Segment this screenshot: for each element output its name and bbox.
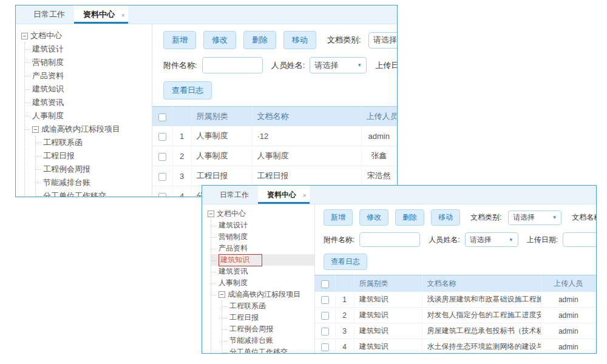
select-all-checkbox[interactable] [321,280,329,288]
tree-item-jianzhuzixun[interactable]: 建筑资讯 [25,96,152,109]
tree-item-yingxiaozhidu[interactable]: 营销制度 [211,231,314,243]
table-row[interactable]: 2 建筑知识 对发包人指定分包的工程施工进度安... admin [315,308,596,323]
tree-item-label: 建筑知识 [32,84,64,95]
collapse-icon[interactable] [21,33,28,39]
tree-item-jianzhusheji[interactable]: 建筑设计 [211,220,314,231]
category-column-header: 所属别类 [191,107,252,127]
tree-item-jianzhuzhishi[interactable]: 建筑知识 [25,83,152,96]
row-checkbox[interactable] [321,312,329,320]
row-checkbox[interactable] [158,133,166,141]
tree-item-label: 节能减排台账 [43,177,90,188]
row-checkbox[interactable] [321,328,329,335]
doc-category-label: 文档类别: [327,35,361,46]
close-icon[interactable]: × [121,6,125,24]
close-icon[interactable]: × [303,186,307,204]
row-checkbox[interactable] [158,153,166,161]
row-number: 2 [335,308,354,323]
attachment-name-input[interactable] [359,232,420,247]
tree-item-lianxihan[interactable]: 工程联系函 [222,300,314,312]
table-row[interactable]: 3 建筑知识 房屋建筑工程总承包投标书（技术标... admin [315,323,596,339]
filter-row: 附件名称: 人员姓名: 请选择 ▼ 上传日 [152,49,397,73]
collapse-icon[interactable] [219,291,225,298]
tree-item-jianzhuzhishi-selected[interactable]: 建筑知识 [211,254,314,266]
tree-item-label: 建筑设计 [32,44,64,55]
row-checkbox[interactable] [158,173,166,181]
tree-item-taizhang[interactable]: 节能减排台账 [36,176,152,189]
select-all-checkbox[interactable] [158,113,166,121]
tree-item-renshizhidu[interactable]: 人事制度 [25,109,152,123]
view-log-button[interactable]: 查看日志 [163,81,212,99]
tab-daily-work[interactable]: 日常工作 [24,5,74,24]
doc-name-column-header: 文档名称 [252,107,361,127]
table-row[interactable]: 2 人事制度 人事制度 张鑫 [152,146,397,166]
tab-daily-work[interactable]: 日常工作 [211,186,258,204]
row-checkbox[interactable] [158,193,166,197]
tree-item-root[interactable]: 文档中心 [208,208,314,220]
table-row[interactable]: 1 建筑知识 浅谈房屋建筑和市政基础设施工程施... admin [315,292,596,308]
upload-date-label: 上传日期: [527,235,558,245]
tree-item-label: 建筑资讯 [219,266,248,277]
tree-item-renshizhidu[interactable]: 人事制度 [211,277,314,289]
chevron-down-icon: ▼ [552,215,557,220]
tree-item-yingxiaozhidu[interactable]: 营销制度 [25,56,152,69]
tree-item-label: 文档中心 [217,209,246,219]
move-button[interactable]: 移动 [431,209,460,226]
row-doc-name: 工程日报 [252,166,361,186]
tree-item-jianzhuzixun[interactable]: 建筑资讯 [211,266,314,277]
attachment-name-input[interactable] [202,57,263,73]
row-doc-name: 水土保持生态环境监测网络的建设与... [422,339,541,354]
add-button[interactable]: 新增 [324,209,353,226]
tab-data-center[interactable]: 资料中心 × [74,5,128,24]
tree-item-root[interactable]: 文档中心 [21,29,152,42]
tree-item-yijiao[interactable]: 分工单位工作移交 [222,346,314,353]
tree-item-jianzhusheji[interactable]: 建筑设计 [25,42,152,56]
person-name-select[interactable]: 请选择 ▼ [310,57,367,73]
tree-item-yijiao[interactable]: 分工单位工作移交 [36,189,152,197]
tree-item-project[interactable]: 成渝高铁内江标段项目 [25,123,152,136]
tree-item-ribao[interactable]: 工程日报 [36,149,152,163]
tree-item-zhoubao[interactable]: 工程例会周报 [222,323,314,335]
edit-button[interactable]: 修改 [203,31,236,49]
person-name-select[interactable]: 请选择 ▼ [465,232,518,247]
row-number: 4 [335,339,354,354]
row-uploader: 张鑫 [361,146,397,166]
tree-item-chanpinziliao[interactable]: 产品资料 [211,243,314,254]
collapse-icon[interactable] [208,211,214,217]
tree-item-chanpinziliao[interactable]: 产品资料 [25,69,152,83]
row-uploader: admin [541,292,596,308]
upload-date-label: 上传日 [375,60,397,71]
delete-button[interactable]: 删除 [395,209,424,226]
collapse-icon[interactable] [32,126,39,133]
row-checkbox[interactable] [321,343,329,351]
tree-item-ribao[interactable]: 工程日报 [222,312,314,323]
person-name-value: 请选择 [314,60,338,71]
table-row[interactable]: 4 建筑知识 水土保持生态环境监测网络的建设与... admin [315,339,596,354]
add-button[interactable]: 新增 [163,31,196,49]
window-data-center-back: 日常工作 资料中心 × 文档中心 建筑设计 营销制度 产品资料 建筑知识 建筑资… [15,5,398,197]
doc-category-select[interactable]: 请选择 ▼ [508,211,561,225]
delete-button[interactable]: 删除 [243,31,276,49]
toolbar: 新增 修改 删除 移动 文档类别: 请选择 ▼ [152,24,397,49]
tree-item-zhoubao[interactable]: 工程例会周报 [36,163,152,176]
tree-item-label: 分工单位工作移交 [43,190,106,197]
tree-item-label: 工程联系函 [43,137,83,148]
table-row[interactable]: 3 工程日报 工程日报 宋浩然 [152,166,397,186]
tree-item-project[interactable]: 成渝高铁内江标段项目 [211,289,314,300]
person-name-value: 请选择 [470,235,492,245]
edit-button[interactable]: 修改 [359,209,388,226]
doc-category-select[interactable]: 请选择 ▼ [368,32,397,49]
upload-date-input[interactable] [563,232,596,247]
tree-item-taizhang[interactable]: 节能减排台账 [222,335,314,346]
table-row[interactable]: 1 人事制度 ·12 admin [152,126,397,146]
window-data-center-front: 日常工作 资料中心 × 文档中心 建筑设计 营销制度 产品资料 建筑知识 建筑资… [202,185,597,354]
view-log-button[interactable]: 查看日志 [324,254,367,270]
row-uploader: admin [541,339,596,354]
move-button[interactable]: 移动 [283,31,316,49]
tree-item-label: 工程日报 [43,150,75,161]
tree-item-label: 营销制度 [219,232,248,242]
tree-item-label: 建筑资讯 [32,97,64,108]
tree-item-label: 营销制度 [32,57,64,68]
tab-data-center[interactable]: 资料中心 × [258,186,310,204]
row-checkbox[interactable] [321,296,329,304]
tree-item-lianxihan[interactable]: 工程联系函 [36,136,152,149]
